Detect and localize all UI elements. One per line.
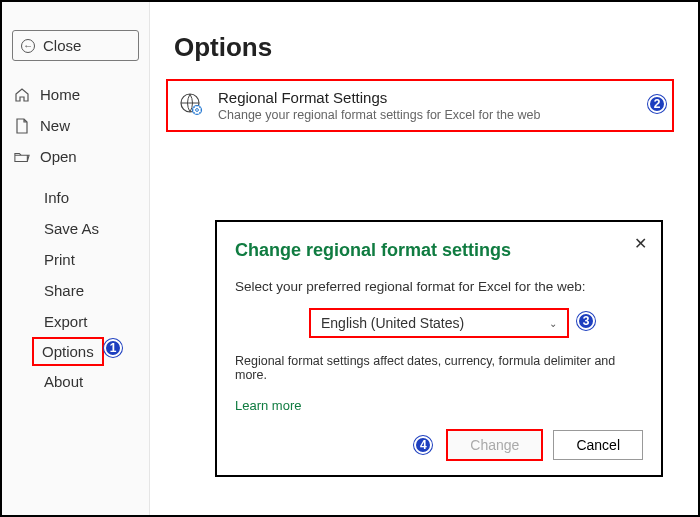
back-arrow-icon: ←	[21, 39, 35, 53]
sidebar-item-export[interactable]: Export	[2, 306, 149, 337]
sidebar-item-about[interactable]: About	[2, 366, 149, 397]
callout-badge-4: 4	[414, 436, 432, 454]
cancel-button[interactable]: Cancel	[553, 430, 643, 460]
svg-point-1	[193, 106, 202, 115]
callout-badge-1: 1	[104, 339, 122, 357]
region-selected-value: English (United States)	[321, 315, 464, 331]
tile-subtitle: Change your regional format settings for…	[218, 108, 540, 122]
folder-open-icon	[14, 150, 30, 164]
dialog-note: Regional format settings affect dates, c…	[235, 354, 643, 382]
close-button[interactable]: ← Close	[12, 30, 139, 61]
sidebar-item-open[interactable]: Open	[2, 141, 149, 172]
options-highlight: Options	[32, 337, 104, 366]
tile-title: Regional Format Settings	[218, 89, 540, 106]
sidebar-home-label: Home	[40, 86, 80, 103]
sidebar-open-label: Open	[40, 148, 77, 165]
sidebar-item-share[interactable]: Share	[2, 275, 149, 306]
region-dropdown-wrap: English (United States) ⌄ 3	[309, 308, 569, 338]
main-panel: Options Regional Format Settings Change …	[162, 22, 678, 132]
dialog-close-icon[interactable]: ✕	[634, 234, 647, 253]
learn-more-link[interactable]: Learn more	[235, 398, 301, 413]
region-dropdown[interactable]: English (United States) ⌄	[309, 308, 569, 338]
globe-settings-icon	[178, 91, 204, 117]
sidebar-new-label: New	[40, 117, 70, 134]
sidebar-item-saveas[interactable]: Save As	[2, 213, 149, 244]
chevron-down-icon: ⌄	[549, 318, 557, 329]
backstage-sidebar: ← Close Home New Open Info Save As Print…	[2, 2, 150, 515]
new-file-icon	[14, 118, 30, 134]
callout-badge-3: 3	[577, 312, 595, 330]
sidebar-item-new[interactable]: New	[2, 110, 149, 141]
close-label: Close	[43, 37, 81, 54]
home-icon	[14, 87, 30, 103]
dialog-buttons: 4 Change Cancel	[235, 429, 643, 461]
sidebar-item-print[interactable]: Print	[2, 244, 149, 275]
sidebar-item-info[interactable]: Info	[2, 182, 149, 213]
dialog-title: Change regional format settings	[235, 240, 643, 261]
page-title: Options	[174, 32, 678, 63]
regional-format-dialog: ✕ Change regional format settings Select…	[215, 220, 663, 477]
sidebar-item-options[interactable]: Options 1	[2, 337, 149, 366]
sidebar-options-label: Options	[42, 343, 94, 360]
sidebar-item-home[interactable]: Home	[2, 79, 149, 110]
app-frame: ← Close Home New Open Info Save As Print…	[0, 0, 700, 517]
tile-text: Regional Format Settings Change your reg…	[218, 89, 540, 122]
dialog-prompt: Select your preferred regional format fo…	[235, 279, 643, 294]
callout-badge-2: 2	[648, 95, 666, 113]
regional-format-tile[interactable]: Regional Format Settings Change your reg…	[166, 79, 674, 132]
change-button[interactable]: Change	[446, 429, 543, 461]
